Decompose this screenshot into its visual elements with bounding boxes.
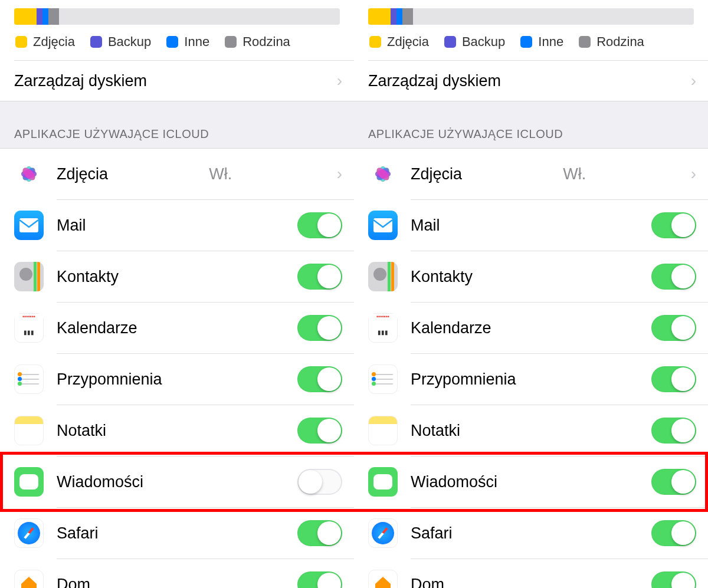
- toggle-rem[interactable]: [297, 366, 342, 392]
- legend-swatch: [90, 36, 102, 48]
- toggle-knob: [671, 521, 695, 545]
- legend-swatch: [225, 36, 237, 48]
- toggle-knob: [671, 213, 695, 237]
- legend-item: Inne: [166, 34, 209, 50]
- row-photos[interactable]: Zdjęcia Wł. ›: [0, 149, 354, 199]
- notes-icon: [368, 416, 398, 445]
- safari-icon: [368, 518, 398, 548]
- row-rem: Przypomnienia: [0, 354, 354, 405]
- storage-legend: Zdjęcia Backup Inne Rodzina: [369, 34, 694, 50]
- toggle-mail[interactable]: [651, 212, 696, 238]
- toggle-knob: [317, 213, 341, 237]
- chevron-right-icon: ›: [337, 71, 342, 90]
- storage-seg-zdjecia: [368, 8, 391, 25]
- legend-item: Inne: [520, 34, 563, 50]
- row-photos[interactable]: Zdjęcia Wł. ›: [354, 149, 708, 199]
- toggle-msg[interactable]: [651, 469, 696, 495]
- toggle-msg[interactable]: [297, 469, 342, 495]
- row-home: Dom: [354, 559, 708, 588]
- app-label: Notatki: [411, 422, 460, 440]
- toggle-notes[interactable]: [651, 418, 696, 444]
- calendar-icon: •••••••▮▮▮: [368, 313, 398, 343]
- row-safari: Safari: [354, 508, 708, 559]
- mail-icon: [368, 211, 398, 240]
- toggle-safari[interactable]: [651, 520, 696, 546]
- toggle-knob: [671, 470, 695, 494]
- toggle-knob: [317, 521, 341, 545]
- app-label: Mail: [57, 216, 86, 235]
- manage-storage-row[interactable]: Zarządzaj dyskiem ›: [0, 61, 354, 101]
- storage-bar: [368, 8, 694, 25]
- toggle-knob: [671, 573, 695, 588]
- toggle-safari[interactable]: [297, 520, 342, 546]
- toggle-knob: [317, 265, 341, 288]
- apps-section-header: APLIKACJE UŻYWAJĄCE ICLOUD: [0, 101, 354, 149]
- icloud-settings-after-panel: Zdjęcia Backup Inne Rodzina Zarządzaj dy…: [354, 0, 708, 588]
- svg-rect-8: [19, 218, 38, 232]
- legend-label: Zdjęcia: [387, 34, 429, 50]
- row-contacts: Kontakty: [0, 251, 354, 302]
- toggle-contacts[interactable]: [297, 264, 342, 290]
- toggle-cal[interactable]: [297, 315, 342, 341]
- row-msg: Wiadomości: [0, 456, 354, 507]
- toggle-rem[interactable]: [651, 366, 696, 392]
- app-label: Zdjęcia: [57, 165, 108, 183]
- home-icon: [14, 570, 44, 588]
- toggle-knob: [299, 470, 322, 494]
- app-label: Mail: [411, 216, 440, 235]
- reminders-icon: [14, 364, 44, 394]
- legend-label: Inne: [538, 34, 563, 50]
- app-label: Wiadomości: [411, 473, 497, 491]
- photos-icon: [14, 159, 44, 189]
- toggle-home[interactable]: [297, 571, 342, 588]
- storage-legend: Zdjęcia Backup Inne Rodzina: [15, 34, 340, 50]
- legend-item: Zdjęcia: [15, 34, 75, 50]
- mail-icon: [14, 211, 44, 240]
- storage-section: Zdjęcia Backup Inne Rodzina: [0, 0, 354, 50]
- row-cal: •••••••▮▮▮ Kalendarze: [354, 303, 708, 353]
- contacts-icon: [368, 262, 398, 291]
- storage-seg-inne: [42, 8, 48, 25]
- photos-icon: [368, 159, 398, 189]
- storage-seg-zdjecia: [14, 8, 37, 25]
- messages-icon: [14, 467, 44, 497]
- toggle-knob: [671, 419, 695, 442]
- legend-item: Rodzina: [579, 34, 644, 50]
- toggle-knob: [317, 573, 341, 588]
- chevron-right-icon: ›: [691, 165, 696, 183]
- row-home: Dom: [0, 559, 354, 588]
- storage-bar: [14, 8, 340, 25]
- legend-label: Rodzina: [596, 34, 644, 50]
- app-label: Wiadomości: [57, 473, 143, 491]
- app-label: Kalendarze: [411, 319, 491, 337]
- row-safari: Safari: [0, 508, 354, 559]
- storage-section: Zdjęcia Backup Inne Rodzina: [354, 0, 708, 50]
- legend-item: Rodzina: [225, 34, 290, 50]
- calendar-icon: •••••••▮▮▮: [14, 313, 44, 343]
- messages-icon: [368, 467, 398, 497]
- toggle-cal[interactable]: [651, 315, 696, 341]
- toggle-home[interactable]: [651, 571, 696, 588]
- reminders-icon: [368, 364, 398, 394]
- row-contacts: Kontakty: [354, 251, 708, 302]
- app-label: Przypomnienia: [411, 370, 516, 389]
- toggle-notes[interactable]: [297, 418, 342, 444]
- app-label: Zdjęcia: [411, 165, 462, 183]
- photos-status-value: Wł.: [563, 165, 586, 183]
- legend-item: Backup: [444, 34, 505, 50]
- svg-rect-17: [373, 218, 392, 232]
- toggle-contacts[interactable]: [651, 264, 696, 290]
- storage-seg-rodzina: [48, 8, 59, 25]
- storage-seg-inne: [396, 8, 402, 25]
- home-icon: [368, 570, 398, 588]
- legend-swatch: [166, 36, 178, 48]
- app-label: Safari: [57, 524, 99, 543]
- manage-storage-label: Zarządzaj dyskiem: [368, 72, 501, 90]
- apps-section-header: APLIKACJE UŻYWAJĄCE ICLOUD: [354, 101, 708, 149]
- app-label: Dom: [411, 576, 444, 589]
- legend-item: Zdjęcia: [369, 34, 429, 50]
- legend-swatch: [520, 36, 532, 48]
- manage-storage-row[interactable]: Zarządzaj dyskiem ›: [354, 61, 708, 101]
- toggle-mail[interactable]: [297, 212, 342, 238]
- contacts-icon: [14, 262, 44, 291]
